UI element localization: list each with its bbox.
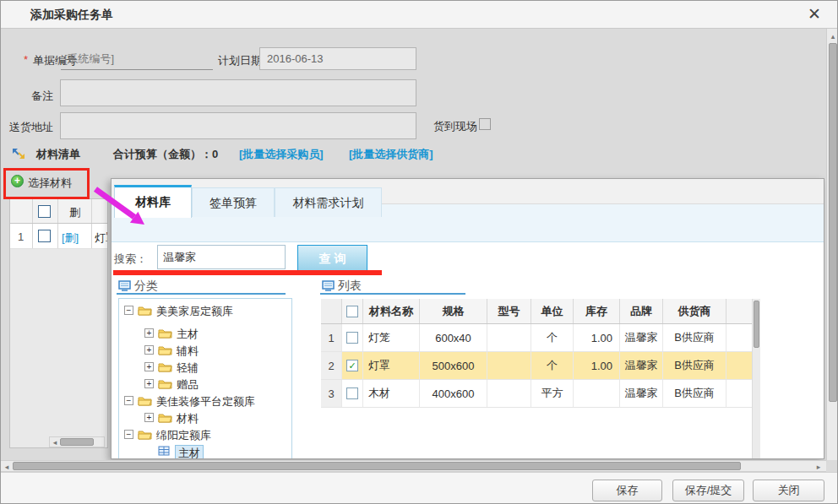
arrive-site-checkbox[interactable]	[479, 118, 491, 130]
tree-node-label[interactable]: 赠品	[177, 377, 199, 393]
category-underline	[117, 293, 286, 295]
tree-node[interactable]: + 赠品	[119, 377, 292, 393]
dialog-footer: 保存 保存/提交 关闭	[1, 472, 838, 504]
tree-node[interactable]: + 轻辅	[119, 360, 292, 377]
tree-node[interactable]: − 美佳装修平台定额库	[119, 393, 292, 410]
cell-brand: 温馨家	[620, 352, 663, 379]
tab-contract-budget[interactable]: 签单预算	[192, 187, 275, 217]
cell-spec: 500x600	[420, 352, 487, 379]
expand-icon[interactable]: +	[144, 345, 154, 355]
close-icon[interactable]: ✕	[803, 4, 825, 24]
scroll-left-icon[interactable]: ◂	[51, 437, 59, 447]
row-checkbox[interactable]	[346, 332, 358, 344]
cell-name: 灯罩	[363, 352, 420, 379]
expand-icon[interactable]: +	[144, 413, 154, 422]
expand-icon[interactable]: +	[144, 379, 154, 388]
material-list-icon	[12, 148, 25, 160]
scroll-right-icon[interactable]: ▸	[814, 462, 823, 472]
main-v-scrollbar[interactable]: ▴	[826, 29, 838, 460]
expand-icon[interactable]: +	[144, 328, 154, 338]
list-panel-title: 列表	[338, 279, 362, 294]
grid-row[interactable]: 1 [删] 灯罩	[10, 224, 108, 249]
folder-icon	[138, 395, 152, 406]
search-label: 搜索：	[114, 252, 147, 267]
tab-material-library[interactable]: 材料库	[114, 185, 192, 218]
tree-node-label[interactable]: 材料	[177, 411, 199, 426]
cell-name: 灯笼	[363, 324, 420, 351]
cell-spec: 400x600	[420, 380, 487, 407]
collapse-icon[interactable]: −	[124, 396, 133, 405]
cell-stock: 1.00	[574, 324, 620, 351]
col-header-name[interactable]: 材料名称	[363, 299, 420, 323]
cell-name: 木材	[363, 380, 420, 407]
folder-icon	[158, 412, 172, 423]
tree-node-label[interactable]: 辅料	[177, 344, 199, 359]
col-header-unit[interactable]: 单位	[531, 299, 574, 323]
tree-node-label[interactable]: 主材	[177, 327, 199, 342]
select-material-button[interactable]: + 选择材料	[11, 175, 89, 189]
tree-node-label[interactable]: 主材	[175, 445, 204, 459]
scroll-up-icon[interactable]: ▴	[829, 31, 837, 41]
scrollbar-thumb[interactable]	[13, 462, 741, 470]
table-row[interactable]: 3 木材 400x600 平方 温馨家 B供应商	[321, 380, 752, 408]
row-index: 3	[321, 380, 342, 407]
query-button[interactable]: 查 询	[297, 245, 367, 273]
plan-date-input[interactable]: 2016-06-13	[259, 47, 416, 70]
tree-node[interactable]: + 辅料	[119, 343, 292, 360]
col-header-stock[interactable]: 库存	[574, 299, 620, 323]
row-index: 1	[321, 324, 342, 351]
table-icon	[158, 446, 170, 456]
batch-select-buyer-link[interactable]: [批量选择采购员]	[239, 147, 324, 162]
tree-node[interactable]: − 绵阳定额库	[119, 427, 292, 444]
row-checkbox[interactable]	[346, 387, 358, 399]
row-checkbox-checked[interactable]: ✓	[346, 360, 358, 371]
col-header-model[interactable]: 型号	[487, 299, 531, 323]
col-header-supplier[interactable]: 供货商	[663, 299, 726, 323]
row-delete-link[interactable]: [删]	[62, 230, 79, 246]
batch-select-supplier-link[interactable]: [批量选择供货商]	[349, 147, 433, 162]
material-table: 材料名称 规格 型号 单位 库存 品牌 供货商 1 灯笼 600x40 个 1.…	[321, 299, 752, 408]
scrollbar-thumb[interactable]	[754, 301, 759, 348]
table-row-selected[interactable]: 2 ✓ 灯罩 500x600 个 1.00 温馨家 B供应商	[321, 352, 752, 380]
tree-node-label[interactable]: 美佳装修平台定额库	[156, 394, 255, 409]
tree-node-label[interactable]: 轻辅	[177, 360, 199, 376]
tab-material-demand-plan[interactable]: 材料需求计划	[275, 187, 382, 217]
list-v-scrollbar[interactable]	[752, 299, 760, 459]
tree-node[interactable]: + 材料	[119, 410, 292, 427]
scrollbar-thumb[interactable]	[60, 438, 94, 446]
select-all-checkbox[interactable]	[38, 205, 51, 218]
save-button[interactable]: 保存	[592, 480, 662, 501]
tree-node[interactable]: + 主材	[119, 326, 292, 343]
tree-node-selected[interactable]: 主材	[119, 444, 292, 459]
table-row[interactable]: 1 灯笼 600x40 个 1.00 温馨家 B供应商	[321, 324, 752, 352]
list-underline	[320, 293, 465, 295]
category-tree: − 美美家居定额库 + 主材 + 辅料 + 轻辅	[118, 298, 292, 459]
collapse-icon[interactable]: −	[124, 306, 133, 315]
save-submit-button[interactable]: 保存/提交	[672, 480, 744, 501]
main-h-scrollbar[interactable]: ◂ ▸	[1, 460, 826, 472]
cell-brand: 温馨家	[620, 324, 663, 351]
col-header-spec[interactable]: 规格	[420, 299, 487, 323]
search-input[interactable]: 温馨家	[157, 245, 286, 269]
col-header-brand[interactable]: 品牌	[620, 299, 663, 323]
required-mark: *	[24, 53, 28, 66]
address-input[interactable]	[60, 112, 416, 139]
scrollbar-thumb[interactable]	[829, 43, 837, 402]
tree-node-label[interactable]: 绵阳定额库	[156, 428, 211, 443]
tree-node-label[interactable]: 美美家居定额库	[156, 304, 233, 319]
doc-no-field[interactable]: [系统编号]	[61, 48, 213, 70]
expand-icon[interactable]: +	[144, 362, 154, 371]
cell-unit: 平方	[531, 380, 574, 407]
remark-input[interactable]	[60, 79, 416, 106]
grid-h-scrollbar[interactable]: ◂	[49, 436, 105, 447]
delete-column-header: 删	[69, 205, 80, 220]
scroll-left-icon[interactable]: ◂	[3, 462, 11, 472]
select-all-checkbox[interactable]	[346, 306, 358, 317]
collapse-icon[interactable]: −	[124, 430, 133, 439]
folder-icon	[158, 344, 172, 355]
close-button[interactable]: 关闭	[753, 480, 824, 501]
check-icon: ✓	[347, 360, 357, 371]
cell-supplier: B供应商	[663, 324, 726, 351]
tree-node[interactable]: − 美美家居定额库	[119, 303, 292, 320]
row-checkbox[interactable]	[38, 230, 51, 242]
